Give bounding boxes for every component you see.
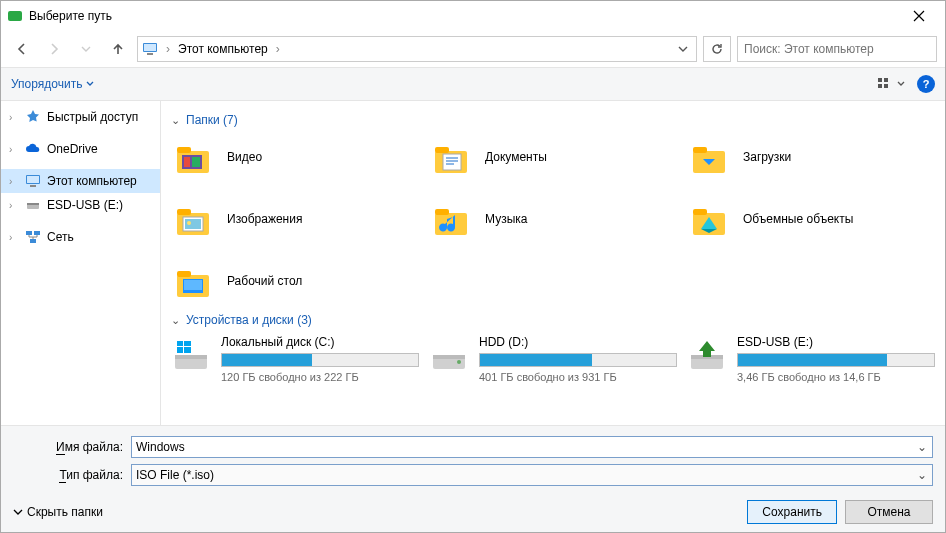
search-input[interactable]: [744, 42, 930, 56]
drive-usage-bar: [479, 353, 677, 367]
svg-rect-7: [884, 84, 888, 88]
svg-rect-36: [177, 271, 191, 277]
svg-rect-22: [435, 147, 449, 153]
save-button[interactable]: Сохранить: [747, 500, 837, 524]
folder-label: Музыка: [485, 212, 527, 226]
sidebar-item-network[interactable]: › Сеть: [1, 225, 160, 249]
folder-item[interactable]: Изображения: [171, 197, 419, 241]
breadcrumb-item[interactable]: Этот компьютер: [178, 42, 268, 56]
cancel-button[interactable]: Отмена: [845, 500, 933, 524]
nav-row: › Этот компьютер ›: [1, 31, 945, 67]
drive-icon: [171, 335, 211, 375]
window-title: Выберите путь: [29, 9, 112, 23]
svg-rect-5: [884, 78, 888, 82]
search-box[interactable]: [737, 36, 937, 62]
sidebar-item-label: ESD-USB (E:): [47, 198, 123, 212]
drive-item[interactable]: HDD (D:)401 ГБ свободно из 931 ГБ: [429, 335, 677, 383]
sidebar-item-label: OneDrive: [47, 142, 98, 156]
svg-rect-14: [34, 231, 40, 235]
folder-icon: [687, 137, 731, 177]
svg-rect-0: [8, 11, 22, 21]
toolbar: Упорядочить ?: [1, 67, 945, 101]
expand-icon: ›: [9, 176, 19, 187]
address-dropdown[interactable]: [674, 44, 692, 54]
svg-rect-23: [443, 154, 461, 170]
folder-item[interactable]: Видео: [171, 135, 419, 179]
svg-rect-25: [693, 147, 707, 153]
svg-rect-15: [30, 239, 36, 243]
folder-icon: [171, 137, 215, 177]
folder-item[interactable]: Рабочий стол: [171, 259, 419, 303]
drive-item[interactable]: Локальный диск (C:)120 ГБ свободно из 22…: [171, 335, 419, 383]
folder-item[interactable]: Загрузки: [687, 135, 935, 179]
svg-rect-38: [184, 280, 202, 290]
filetype-label: Тип файла:: [13, 468, 123, 482]
organize-menu[interactable]: Упорядочить: [11, 77, 94, 91]
folder-label: Видео: [227, 150, 262, 164]
group-header-drives[interactable]: ⌄ Устройства и диски (3): [171, 313, 935, 327]
close-button[interactable]: [899, 2, 939, 30]
expand-icon: ›: [9, 200, 19, 211]
expand-icon: ›: [9, 112, 19, 123]
star-icon: [25, 109, 41, 125]
svg-rect-43: [433, 355, 465, 359]
folder-icon: [171, 199, 215, 239]
folder-item[interactable]: Музыка: [429, 197, 677, 241]
sidebar-item-onedrive[interactable]: › OneDrive: [1, 137, 160, 161]
usb-icon: [25, 197, 41, 213]
drive-icon: [429, 335, 469, 375]
address-bar[interactable]: › Этот компьютер ›: [137, 36, 697, 62]
chevron-down-icon: [86, 80, 94, 88]
folder-label: Изображения: [227, 212, 302, 226]
sidebar-item-this-pc[interactable]: › Этот компьютер: [1, 169, 160, 193]
drive-name: Локальный диск (C:): [221, 335, 419, 349]
refresh-button[interactable]: [703, 36, 731, 62]
svg-rect-27: [177, 209, 191, 215]
sidebar-item-quick-access[interactable]: › Быстрый доступ: [1, 105, 160, 129]
group-header-folders[interactable]: ⌄ Папки (7): [171, 113, 935, 127]
svg-point-44: [457, 360, 461, 364]
app-icon: [7, 8, 23, 24]
drive-usage-bar: [737, 353, 935, 367]
folder-item[interactable]: Документы: [429, 135, 677, 179]
folder-icon: [171, 261, 215, 301]
svg-rect-4: [878, 78, 882, 82]
filename-label: Имя файла:: [13, 440, 123, 454]
footer: Имя файла: ⌄ Тип файла: ⌄ Скрыть папки С…: [1, 425, 945, 532]
sidebar-item-usb[interactable]: › ESD-USB (E:): [1, 193, 160, 217]
group-title: Папки (7): [186, 113, 238, 127]
drive-item[interactable]: ESD-USB (E:)3,46 ГБ свободно из 14,6 ГБ: [687, 335, 935, 383]
filetype-select[interactable]: [131, 464, 933, 486]
filename-input[interactable]: [131, 436, 933, 458]
sidebar-item-label: Этот компьютер: [47, 174, 137, 188]
svg-rect-40: [175, 355, 207, 359]
drive-name: ESD-USB (E:): [737, 335, 935, 349]
svg-rect-9: [27, 176, 39, 183]
sidebar-item-label: Сеть: [47, 230, 74, 244]
cloud-icon: [25, 141, 41, 157]
svg-rect-13: [26, 231, 32, 235]
svg-rect-20: [192, 157, 200, 167]
expand-icon: ›: [9, 144, 19, 155]
recent-dropdown[interactable]: [73, 36, 99, 62]
svg-rect-17: [177, 147, 191, 153]
svg-rect-2: [144, 44, 156, 51]
view-options-button[interactable]: [878, 77, 905, 91]
drive-icon: [687, 335, 727, 375]
folder-item[interactable]: Объемные объекты: [687, 197, 935, 241]
help-button[interactable]: ?: [917, 75, 935, 93]
hide-folders-toggle[interactable]: Скрыть папки: [13, 505, 103, 519]
folder-label: Документы: [485, 150, 547, 164]
up-button[interactable]: [105, 36, 131, 62]
expand-icon: ›: [9, 232, 19, 243]
hide-folders-label: Скрыть папки: [27, 505, 103, 519]
group-title: Устройства и диски (3): [186, 313, 312, 327]
back-button[interactable]: [9, 36, 35, 62]
chevron-down-icon: ⌄: [171, 114, 180, 127]
svg-rect-3: [147, 53, 153, 55]
chevron-down-icon: [897, 80, 905, 88]
folder-label: Рабочий стол: [227, 274, 302, 288]
forward-button[interactable]: [41, 36, 67, 62]
svg-rect-10: [30, 185, 36, 187]
titlebar: Выберите путь: [1, 1, 945, 31]
